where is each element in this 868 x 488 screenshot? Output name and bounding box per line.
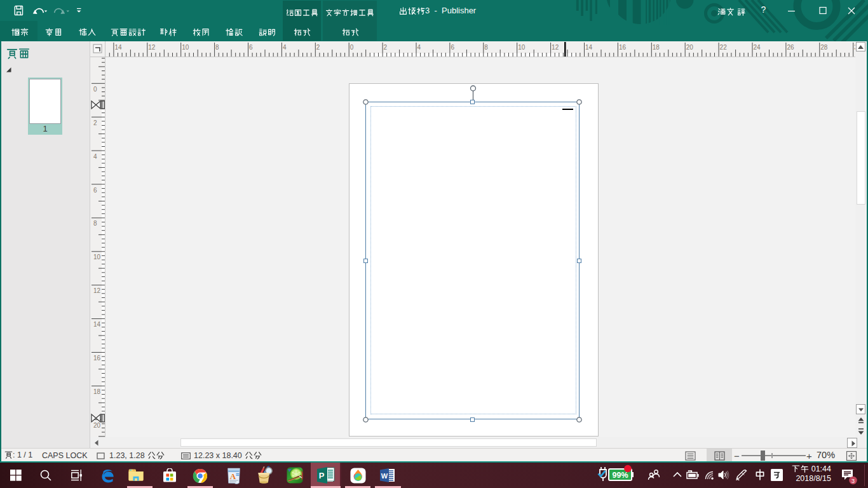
- svg-text:P: P: [319, 471, 325, 480]
- svg-text:A: A: [230, 471, 236, 481]
- svg-text:W: W: [381, 472, 388, 480]
- svg-text:3: 3: [851, 477, 855, 484]
- svg-text:99%: 99%: [612, 471, 628, 480]
